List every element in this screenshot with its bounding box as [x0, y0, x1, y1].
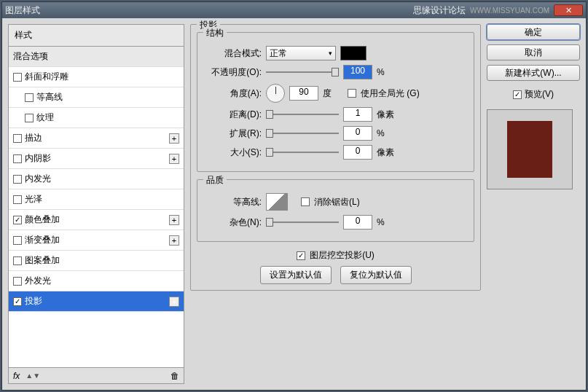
preview-label: 预览(V) — [525, 88, 554, 101]
style-row-1[interactable]: 等高线 — [9, 87, 184, 108]
style-row-2[interactable]: 纹理 — [9, 108, 184, 128]
noise-slider[interactable] — [266, 217, 339, 227]
preview-swatch — [507, 121, 552, 178]
add-effect-button[interactable]: + — [169, 154, 179, 164]
style-label: 内发光 — [25, 173, 51, 185]
style-label: 外发光 — [25, 275, 51, 287]
size-slider[interactable] — [266, 147, 339, 157]
quality-title: 品质 — [203, 174, 227, 187]
style-checkbox[interactable] — [13, 277, 22, 286]
styles-header[interactable]: 样式 — [9, 25, 184, 47]
style-label: 纹理 — [36, 111, 54, 124]
spread-label: 扩展(R): — [205, 128, 262, 140]
contour-picker[interactable] — [266, 193, 288, 211]
add-effect-button[interactable]: + — [169, 235, 179, 246]
angle-unit: 度 — [323, 87, 343, 100]
right-panel: 确定 取消 新建样式(W)... 预览(V) — [487, 24, 580, 384]
style-label: 光泽 — [25, 193, 42, 205]
style-row-9[interactable]: 图案叠加 — [9, 251, 184, 271]
shadow-color-swatch[interactable] — [340, 46, 366, 60]
style-label: 描边 — [25, 132, 42, 144]
global-light-checkbox[interactable] — [348, 89, 356, 98]
blending-options-row[interactable]: 混合选项 — [9, 47, 184, 67]
chevron-down-icon: ▾ — [329, 50, 332, 57]
spread-input[interactable]: 0 — [343, 126, 372, 141]
global-light-label: 使用全局光 (G) — [361, 87, 420, 100]
blend-mode-combo[interactable]: 正常▾ — [266, 46, 336, 60]
preview-checkbox[interactable] — [513, 90, 522, 99]
fx-arrows-icon[interactable]: ▲▼ — [26, 372, 40, 380]
structure-title: 结构 — [203, 27, 227, 39]
spread-slider[interactable] — [266, 128, 339, 138]
style-checkbox[interactable] — [13, 256, 22, 265]
style-label: 投影 — [25, 295, 42, 307]
fx-label[interactable]: fx — [13, 371, 20, 381]
style-row-0[interactable]: 斜面和浮雕 — [9, 67, 184, 87]
opacity-label: 不透明度(O): — [205, 66, 262, 79]
noise-input[interactable]: 0 — [343, 215, 372, 230]
styles-list: 混合选项斜面和浮雕等高线纹理描边+内阴影+内发光光泽颜色叠加+渐变叠加+图案叠加… — [9, 47, 184, 367]
knockout-checkbox[interactable] — [297, 251, 305, 260]
close-button[interactable]: ✕ — [554, 4, 583, 16]
style-label: 斜面和浮雕 — [25, 71, 68, 83]
antialias-checkbox[interactable] — [301, 197, 310, 206]
style-row-3[interactable]: 描边+ — [9, 128, 184, 149]
style-row-8[interactable]: 渐变叠加+ — [9, 230, 184, 251]
preview-box — [487, 109, 573, 189]
titlebar[interactable]: 图层样式 思缘设计论坛 WWW.MISSYUAN.COM ✕ — [2, 2, 586, 18]
ok-button[interactable]: 确定 — [487, 24, 580, 40]
angle-label: 角度(A): — [205, 87, 262, 100]
angle-input[interactable]: 90 — [289, 86, 318, 101]
reset-default-button[interactable]: 复位为默认值 — [340, 266, 412, 284]
style-label: 等高线 — [36, 91, 63, 103]
style-checkbox[interactable] — [13, 154, 22, 163]
style-checkbox[interactable] — [13, 297, 22, 306]
style-row-6[interactable]: 光泽 — [9, 189, 184, 210]
styles-sidebar: 样式 混合选项斜面和浮雕等高线纹理描边+内阴影+内发光光泽颜色叠加+渐变叠加+图… — [8, 24, 184, 384]
style-row-4[interactable]: 内阴影+ — [9, 149, 184, 169]
angle-dial[interactable] — [266, 84, 285, 103]
style-row-7[interactable]: 颜色叠加+ — [9, 210, 184, 230]
style-checkbox[interactable] — [25, 114, 34, 122]
style-checkbox[interactable] — [13, 216, 22, 224]
watermark-text: WWW.MISSYUAN.COM — [470, 7, 549, 15]
style-checkbox[interactable] — [13, 73, 22, 82]
contour-label: 等高线: — [205, 196, 262, 208]
style-row-11[interactable]: 投影+ — [9, 291, 184, 312]
layer-style-dialog: 图层样式 思缘设计论坛 WWW.MISSYUAN.COM ✕ 样式 混合选项斜面… — [1, 1, 587, 391]
style-checkbox[interactable] — [25, 93, 34, 102]
distance-input[interactable]: 1 — [343, 107, 372, 122]
add-effect-button[interactable]: + — [169, 133, 179, 144]
size-input[interactable]: 0 — [343, 145, 372, 160]
antialias-label: 消除锯齿(L) — [314, 196, 360, 208]
distance-slider[interactable] — [266, 109, 339, 119]
style-label: 颜色叠加 — [25, 213, 60, 226]
style-checkbox[interactable] — [13, 175, 22, 184]
style-checkbox[interactable] — [13, 236, 22, 245]
style-checkbox[interactable] — [13, 195, 22, 204]
opacity-input[interactable]: 100 — [343, 65, 372, 79]
distance-label: 距离(D): — [205, 109, 262, 121]
drop-shadow-group: 投影 结构 混合模式: 正常▾ 不透明度(O): 100 % — [190, 24, 481, 291]
distance-unit: 像素 — [377, 109, 397, 121]
opacity-unit: % — [377, 67, 397, 77]
forum-text: 思缘设计论坛 — [413, 4, 466, 17]
opacity-slider[interactable] — [266, 67, 339, 77]
style-label: 内阴影 — [25, 152, 51, 165]
window-title: 图层样式 — [5, 4, 40, 17]
set-default-button[interactable]: 设置为默认值 — [260, 266, 332, 284]
knockout-label: 图层挖空投影(U) — [310, 249, 375, 262]
size-label: 大小(S): — [205, 146, 262, 159]
style-label: 图案叠加 — [25, 254, 60, 267]
trash-icon[interactable]: 🗑 — [170, 371, 179, 381]
cancel-button[interactable]: 取消 — [487, 44, 580, 60]
style-checkbox[interactable] — [13, 134, 22, 143]
size-unit: 像素 — [377, 146, 397, 159]
quality-group: 品质 等高线: 消除锯齿(L) 杂色(N): 0 % — [197, 179, 474, 242]
add-effect-button[interactable]: + — [169, 215, 179, 225]
style-row-5[interactable]: 内发光 — [9, 169, 184, 189]
style-row-10[interactable]: 外发光 — [9, 271, 184, 291]
structure-group: 结构 混合模式: 正常▾ 不透明度(O): 100 % — [197, 32, 474, 172]
new-style-button[interactable]: 新建样式(W)... — [487, 65, 580, 81]
add-effect-button[interactable]: + — [169, 297, 179, 307]
